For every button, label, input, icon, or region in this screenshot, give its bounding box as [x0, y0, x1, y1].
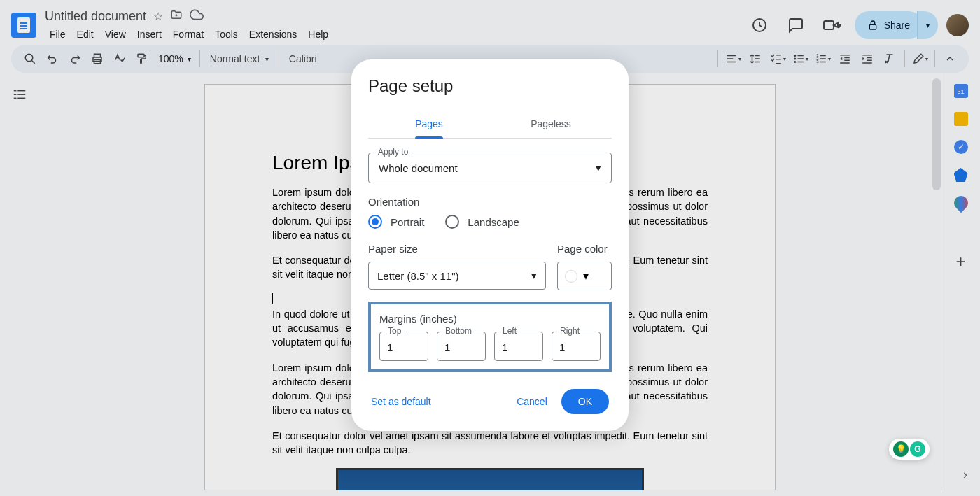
margins-highlight-box: Margins (inches) Top Bottom Left Right: [368, 302, 612, 372]
set-default-button[interactable]: Set as default: [371, 396, 431, 407]
radio-portrait[interactable]: Portrait: [368, 215, 424, 229]
margin-bottom-label: Bottom: [442, 326, 475, 336]
radio-landscape[interactable]: Landscape: [445, 215, 519, 229]
color-swatch: [565, 270, 578, 283]
modal-overlay[interactable]: Page setup Pages Pageless Apply to Whole…: [0, 0, 980, 496]
page-color-select[interactable]: ▾: [557, 262, 612, 290]
cancel-button[interactable]: Cancel: [517, 396, 547, 407]
radio-label: Landscape: [468, 216, 519, 228]
orientation-label: Orientation: [368, 196, 612, 208]
dialog-tabs: Pages Pageless: [368, 110, 612, 139]
apply-to-label: Apply to: [375, 147, 411, 157]
ok-button[interactable]: OK: [561, 389, 609, 414]
paper-size-select[interactable]: Letter (8.5" x 11") ▾: [368, 262, 546, 290]
chevron-down-icon: ▾: [583, 269, 589, 283]
apply-to-field: Apply to Whole document ▾: [368, 153, 612, 183]
margin-left-label: Left: [500, 326, 519, 336]
radio-icon: [368, 215, 382, 229]
grammarly-bulb-icon: 💡: [893, 441, 909, 457]
page-color-label: Page color: [557, 243, 612, 255]
margin-top-input[interactable]: [379, 332, 428, 361]
margin-right-input[interactable]: [552, 332, 601, 361]
margin-left-input[interactable]: [494, 332, 543, 361]
margins-label: Margins (inches): [379, 313, 601, 325]
chevron-down-icon: ▾: [531, 269, 537, 282]
radio-label: Portrait: [391, 216, 424, 228]
margin-right-label: Right: [557, 326, 582, 336]
paper-size-label: Paper size: [368, 243, 546, 255]
margin-top-label: Top: [385, 326, 404, 336]
apply-to-value: Whole document: [379, 162, 458, 174]
dialog-actions: Set as default Cancel OK: [368, 389, 612, 414]
grammarly-logo-icon: G: [910, 441, 925, 457]
grammarly-widget[interactable]: 💡 G: [889, 439, 930, 460]
page-setup-dialog: Page setup Pages Pageless Apply to Whole…: [351, 59, 629, 431]
tab-pages[interactable]: Pages: [368, 110, 490, 138]
apply-to-select[interactable]: Whole document ▾: [368, 153, 612, 183]
margin-bottom-input[interactable]: [437, 332, 486, 361]
paper-size-value: Letter (8.5" x 11"): [377, 270, 459, 282]
chevron-down-icon: ▾: [596, 162, 601, 174]
radio-icon: [445, 215, 459, 229]
side-panel-collapse-icon[interactable]: ›: [963, 467, 967, 482]
orientation-radios: Portrait Landscape: [368, 215, 612, 229]
dialog-title: Page setup: [368, 76, 612, 96]
tab-pageless[interactable]: Pageless: [490, 110, 612, 138]
